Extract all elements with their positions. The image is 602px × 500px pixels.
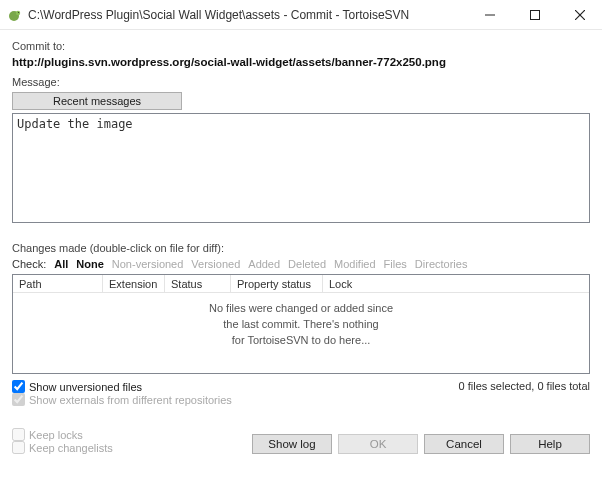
window-controls [467,0,602,30]
col-extension[interactable]: Extension [103,275,165,292]
file-list[interactable]: Path Extension Status Property status Lo… [12,274,590,374]
commit-to-label: Commit to: [12,40,590,52]
tortoisesvn-icon [6,7,22,23]
ok-button: OK [338,434,418,454]
maximize-button[interactable] [512,0,557,30]
keep-locks-checkbox: Keep locks [12,428,113,441]
minimize-button[interactable] [467,0,512,30]
svg-point-2 [18,11,19,12]
recent-messages-button[interactable]: Recent messages [12,92,182,110]
show-externals-checkbox: Show externals from different repositori… [12,393,232,406]
check-nonversioned-link: Non-versioned [112,258,184,270]
empty-file-list-message: No files were changed or added since the… [13,293,589,349]
window-title: C:\WordPress Plugin\Social Wall Widget\a… [28,8,467,22]
check-none-link[interactable]: None [76,258,104,270]
close-button[interactable] [557,0,602,30]
cancel-button[interactable]: Cancel [424,434,504,454]
file-list-header: Path Extension Status Property status Lo… [13,275,589,293]
show-log-button[interactable]: Show log [252,434,332,454]
show-unversioned-checkbox[interactable]: Show unversioned files [12,380,232,393]
col-lock[interactable]: Lock [323,275,589,292]
help-button[interactable]: Help [510,434,590,454]
check-all-link[interactable]: All [54,258,68,270]
commit-url: http://plugins.svn.wordpress.org/social-… [12,54,590,74]
col-path[interactable]: Path [13,275,103,292]
check-added-link: Added [248,258,280,270]
col-property-status[interactable]: Property status [231,275,323,292]
check-lead: Check: [12,258,46,270]
check-deleted-link: Deleted [288,258,326,270]
changes-label: Changes made (double-click on file for d… [12,242,590,254]
check-files-link: Files [384,258,407,270]
titlebar: C:\WordPress Plugin\Social Wall Widget\a… [0,0,602,30]
svg-rect-4 [530,10,539,19]
check-modified-link: Modified [334,258,376,270]
keep-changelists-checkbox: Keep changelists [12,441,113,454]
commit-message-input[interactable] [12,113,590,223]
message-label: Message: [12,76,590,88]
col-status[interactable]: Status [165,275,231,292]
file-count-status: 0 files selected, 0 files total [459,380,590,392]
check-directories-link: Directories [415,258,468,270]
check-versioned-link: Versioned [191,258,240,270]
check-filter-row: Check: All None Non-versioned Versioned … [12,256,590,274]
svg-point-1 [16,10,20,14]
